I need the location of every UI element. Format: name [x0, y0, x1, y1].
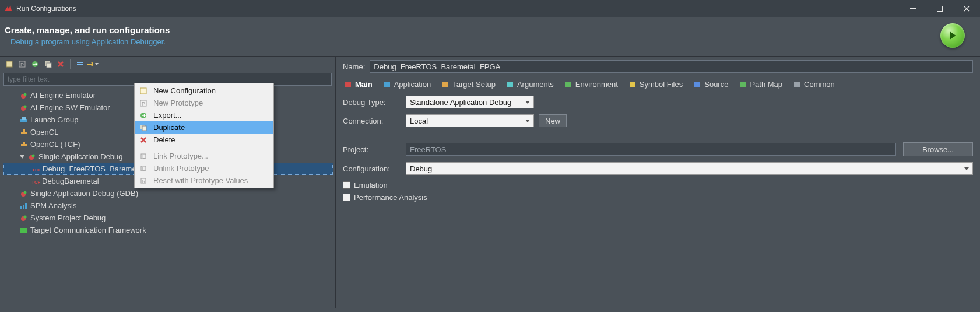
tab-icon — [344, 80, 352, 89]
svg-point-30 — [24, 215, 27, 218]
tab-label: Source — [704, 80, 728, 89]
bug-icon — [20, 190, 28, 198]
chart-icon — [20, 202, 28, 210]
maximize-button[interactable] — [926, 0, 953, 17]
close-button[interactable] — [953, 0, 980, 17]
tcf-icon: TCF — [32, 165, 40, 173]
chevron-down-icon — [525, 101, 530, 104]
menu-item-label: New Prototype — [153, 99, 203, 107]
collapse-all-button[interactable] — [74, 58, 86, 70]
name-label: Name: — [343, 62, 365, 71]
svg-text:L: L — [142, 154, 145, 160]
new-connection-button[interactable]: New — [539, 114, 567, 127]
bug-icon — [20, 92, 28, 100]
tree-item[interactable]: SPM Analysis — [3, 199, 333, 212]
performance-label: Performance Analysis — [354, 193, 427, 202]
svg-rect-32 — [345, 82, 351, 87]
tab-label: Application — [394, 80, 431, 89]
circuit-icon — [20, 128, 28, 136]
unlink-icon: U — [138, 164, 149, 173]
tab-application[interactable]: Application — [382, 79, 433, 90]
svg-rect-0 — [910, 8, 916, 9]
performance-checkbox[interactable] — [343, 194, 350, 201]
tab-icon — [441, 80, 449, 89]
tab-symbol-files[interactable]: Symbol Files — [627, 79, 684, 90]
main-panel: Debug Type: Standalone Application Debug… — [336, 93, 980, 209]
filter-button[interactable] — [87, 58, 99, 70]
bug-icon — [20, 104, 28, 112]
tab-target-setup[interactable]: Target Setup — [440, 79, 497, 90]
tree-item[interactable]: Single Application Debug (GDB) — [3, 187, 333, 199]
emulation-label: Emulation — [354, 181, 388, 190]
svg-rect-19 — [23, 142, 25, 144]
svg-text:P: P — [142, 101, 145, 107]
tree-item-label: OpenCL — [30, 128, 58, 136]
circuit-icon — [20, 141, 28, 149]
svg-rect-8 — [77, 62, 83, 63]
export-button[interactable] — [29, 58, 41, 70]
delete-button[interactable] — [55, 58, 66, 70]
new-prototype-button[interactable]: P — [16, 58, 28, 70]
tree-item[interactable]: Target Communication Framework — [3, 224, 333, 236]
duplicate-button[interactable] — [42, 58, 54, 70]
tab-icon — [793, 80, 801, 89]
tree-item[interactable]: System Project Debug — [3, 212, 333, 224]
tab-main[interactable]: Main — [343, 79, 374, 90]
delete-icon — [138, 136, 149, 144]
svg-text:P: P — [20, 62, 24, 68]
tree-item-label: Target Communication Framework — [30, 226, 146, 234]
bug-icon — [20, 214, 28, 222]
tab-icon — [739, 80, 747, 89]
project-field: FreeRTOS — [406, 143, 896, 156]
menu-item-label: Unlink Prototype — [153, 164, 209, 173]
emulation-checkbox[interactable] — [343, 181, 350, 189]
svg-rect-46 — [142, 126, 146, 131]
tab-arguments[interactable]: Arguments — [505, 79, 555, 90]
menu-item-reset-with-prototype-values: RReset with Prototype Values — [135, 174, 273, 187]
debug-type-select[interactable]: Standalone Application Debug — [406, 96, 534, 108]
tab-label: Environment — [575, 80, 618, 89]
group-icon — [20, 116, 28, 124]
tab-common[interactable]: Common — [792, 79, 836, 90]
tree-item-label: System Project Debug — [30, 213, 106, 222]
tab-path-map[interactable]: Path Map — [737, 79, 784, 90]
debug-type-value: Standalone Application Debug — [410, 98, 511, 107]
name-input[interactable] — [370, 60, 973, 73]
svg-point-11 — [24, 93, 27, 96]
banner: Create, manage, and run configurations D… — [0, 17, 980, 57]
svg-rect-31 — [20, 228, 27, 233]
menu-item-duplicate[interactable]: Duplicate — [135, 121, 273, 134]
tree-item-label: Single Application Debug — [38, 152, 123, 161]
tree-item-label: DebugBaremetal — [42, 177, 99, 185]
svg-rect-1 — [937, 6, 943, 12]
svg-text:R: R — [142, 178, 146, 184]
svg-rect-16 — [21, 132, 27, 134]
twisty-icon[interactable] — [20, 155, 24, 159]
new-config-button[interactable] — [3, 58, 15, 70]
tab-environment[interactable]: Environment — [563, 79, 619, 90]
connection-select[interactable]: Local — [406, 114, 534, 127]
tab-icon — [628, 80, 637, 89]
svg-rect-17 — [23, 129, 25, 132]
context-menu: New ConfigurationPNew PrototypeExport...… — [134, 83, 274, 188]
svg-rect-40 — [794, 82, 800, 87]
bug-icon — [28, 153, 36, 161]
svg-text:TCF: TCF — [31, 180, 40, 185]
menu-item-delete[interactable]: Delete — [135, 134, 273, 146]
project-value: FreeRTOS — [410, 145, 446, 154]
right-pane: Name: MainApplicationTarget SetupArgumen… — [336, 57, 980, 308]
configuration-select[interactable]: Debug — [406, 162, 973, 175]
svg-rect-7 — [47, 63, 51, 68]
tree-item-label: AI Engine SW Emulator — [30, 103, 110, 112]
run-icon — [940, 23, 965, 48]
tab-source[interactable]: Source — [692, 79, 729, 90]
svg-rect-18 — [21, 144, 27, 146]
browse-button[interactable]: Browse... — [903, 142, 973, 156]
svg-point-25 — [24, 191, 27, 194]
menu-item-label: Link Prototype... — [153, 152, 208, 160]
left-toolbar: P — [0, 57, 335, 72]
menu-item-new-configuration[interactable]: New Configuration — [135, 85, 273, 97]
tab-icon — [693, 80, 701, 89]
menu-item-export[interactable]: Export... — [135, 109, 273, 121]
minimize-button[interactable] — [900, 0, 926, 17]
